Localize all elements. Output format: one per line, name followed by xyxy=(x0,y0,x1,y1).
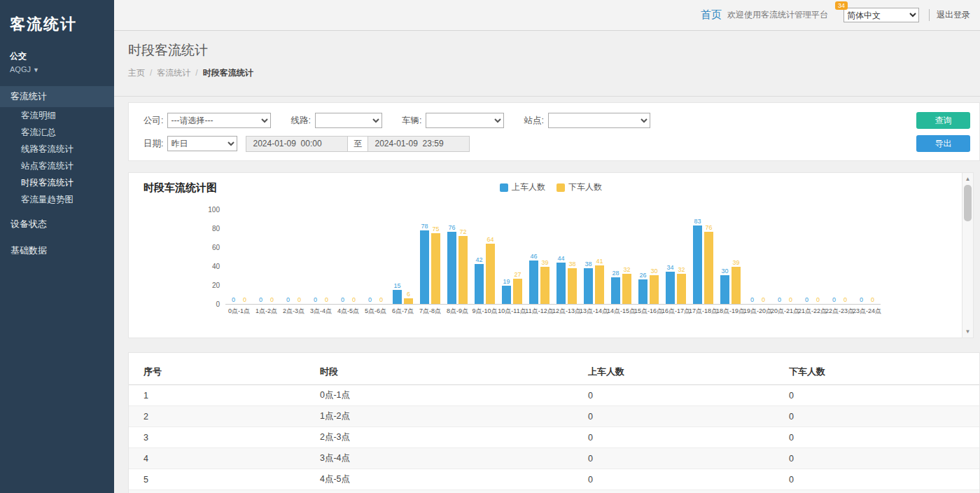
date-from-input[interactable] xyxy=(246,136,348,152)
page-title: 时段客流统计 xyxy=(128,41,966,60)
search-button[interactable]: 查询 xyxy=(916,112,970,129)
x-axis-label: 6点-7点 xyxy=(389,307,416,316)
bar-group: 00 xyxy=(744,210,771,304)
date-to-input[interactable] xyxy=(368,136,470,152)
bar-group: 00 xyxy=(771,210,799,304)
data-table-panel: 序号时段上车人数下车人数 10点-1点0021点-2点0032点-3点0043点… xyxy=(128,352,980,493)
table-cell: 0 xyxy=(573,427,774,448)
scrollbar-down-arrow[interactable]: ▼ xyxy=(962,326,973,337)
bar: 76 xyxy=(447,210,456,304)
filter-panel: 公司: ---请选择--- 线路: 车辆: 站点: 日期: 昨日 至 xyxy=(128,102,980,161)
bar: 83 xyxy=(693,210,702,304)
bar: 39 xyxy=(540,210,550,304)
language-select-wrap: 34 简体中文 xyxy=(844,8,919,22)
bar-group: 00 xyxy=(280,210,307,304)
bar-rect xyxy=(475,264,484,304)
bar: 78 xyxy=(420,210,429,304)
sidebar-section-header[interactable]: 客流统计 xyxy=(0,86,114,107)
scrollbar-thumb[interactable] xyxy=(964,185,972,221)
bar: 0 xyxy=(295,210,304,304)
bar-group: 7875 xyxy=(416,210,444,304)
bar-value-label: 0 xyxy=(750,296,754,304)
bar: 0 xyxy=(284,210,293,304)
scrollbar-up-arrow[interactable]: ▲ xyxy=(962,174,973,184)
x-axis-label: 0点-1点 xyxy=(225,307,253,316)
table-cell: 1点-2点 xyxy=(305,406,573,427)
org-label: AQGJ xyxy=(10,65,31,74)
bar-value-label: 64 xyxy=(486,236,493,244)
bar: 72 xyxy=(458,210,468,304)
sidebar-section-header[interactable]: 设备状态 xyxy=(0,214,114,235)
sidebar-item[interactable]: 时段客流统计 xyxy=(0,174,114,191)
bar-group: 00 xyxy=(799,210,826,304)
bar-group: 4639 xyxy=(526,210,553,304)
table-cell: 4点-5点 xyxy=(305,469,573,490)
bar-value-label: 38 xyxy=(584,261,592,268)
bar: 0 xyxy=(256,210,265,304)
station-select[interactable] xyxy=(548,113,650,128)
bar-value-label: 0 xyxy=(860,296,863,304)
legend-swatch xyxy=(556,183,565,192)
date-preset-select[interactable]: 昨日 xyxy=(167,136,237,151)
legend-swatch xyxy=(500,183,508,192)
sidebar-item[interactable]: 客流明细 xyxy=(0,107,114,124)
x-axis-label: 11点-12点 xyxy=(526,307,553,316)
bar: 27 xyxy=(513,210,522,304)
sidebar-item[interactable]: 线路客流统计 xyxy=(0,141,114,158)
bar: 0 xyxy=(868,210,877,304)
x-axis-label: 23点-24点 xyxy=(853,307,881,316)
bar: 0 xyxy=(349,210,358,304)
bar-group: 1927 xyxy=(498,210,526,304)
table-row: 21点-2点00 xyxy=(129,406,979,427)
language-select[interactable]: 简体中文 xyxy=(844,8,919,22)
y-axis-tick-label: 100 xyxy=(197,206,220,214)
vehicle-select[interactable] xyxy=(426,113,504,128)
table-cell: 0 xyxy=(774,385,979,406)
bar-value-label: 0 xyxy=(871,296,874,304)
legend-item[interactable]: 下车人数 xyxy=(556,181,602,193)
bar: 0 xyxy=(748,210,757,304)
app-title: 客流统计 xyxy=(0,0,114,35)
table-cell: 1 xyxy=(129,385,305,406)
home-link[interactable]: 首页 xyxy=(701,8,722,22)
bar-rect xyxy=(584,268,593,304)
company-select[interactable]: ---请选择--- xyxy=(167,113,271,128)
sidebar-item[interactable]: 客流汇总 xyxy=(0,124,114,141)
bar: 38 xyxy=(568,210,577,304)
bar: 0 xyxy=(322,210,331,304)
breadcrumb-item[interactable]: 客流统计 xyxy=(157,68,190,78)
bar-value-label: 0 xyxy=(778,296,781,304)
sidebar-item[interactable]: 客流量趋势图 xyxy=(0,191,114,208)
line-select[interactable] xyxy=(315,113,382,128)
x-axis-label: 10点-11点 xyxy=(498,307,526,316)
sidebar-menu: 客流统计客流明细客流汇总线路客流统计站点客流统计时段客流统计客流量趋势图设备状态… xyxy=(0,86,114,261)
bar-rect xyxy=(486,244,495,304)
chart-scrollbar[interactable]: ▲ ▼ xyxy=(962,173,973,338)
breadcrumb-item[interactable]: 主页 xyxy=(128,68,145,78)
table-header-cell: 时段 xyxy=(305,360,573,385)
logout-link[interactable]: 退出登录 xyxy=(929,9,970,21)
org-dropdown[interactable]: AQGJ▼ xyxy=(10,65,104,74)
bar-value-label: 0 xyxy=(368,296,372,304)
bar-value-label: 26 xyxy=(639,272,646,279)
bar-value-label: 0 xyxy=(286,296,290,304)
table-row: 65点-6点00 xyxy=(129,490,979,493)
sidebar-menu-section: 客流统计客流明细客流汇总线路客流统计站点客流统计时段客流统计客流量趋势图 xyxy=(0,86,114,208)
legend-item[interactable]: 上车人数 xyxy=(500,181,545,193)
bar: 0 xyxy=(240,210,249,304)
x-axis-label: 2点-3点 xyxy=(280,307,307,316)
bar: 0 xyxy=(830,210,839,304)
sidebar-item[interactable]: 站点客流统计 xyxy=(0,158,114,174)
line-label: 线路: xyxy=(290,115,310,127)
bar-rect xyxy=(529,261,538,304)
notification-badge: 34 xyxy=(835,1,848,10)
chart-plot-area: 0000000000001567875767242641927463944383… xyxy=(225,210,881,305)
bar-value-label: 0 xyxy=(816,296,820,304)
bar-value-label: 28 xyxy=(612,270,619,277)
bar-value-label: 34 xyxy=(666,264,673,272)
sidebar-section-header[interactable]: 基础数据 xyxy=(0,240,114,261)
table-cell: 3 xyxy=(129,427,305,448)
bar: 0 xyxy=(786,210,795,304)
date-label: 日期: xyxy=(144,138,163,150)
export-button[interactable]: 导出 xyxy=(916,135,970,152)
